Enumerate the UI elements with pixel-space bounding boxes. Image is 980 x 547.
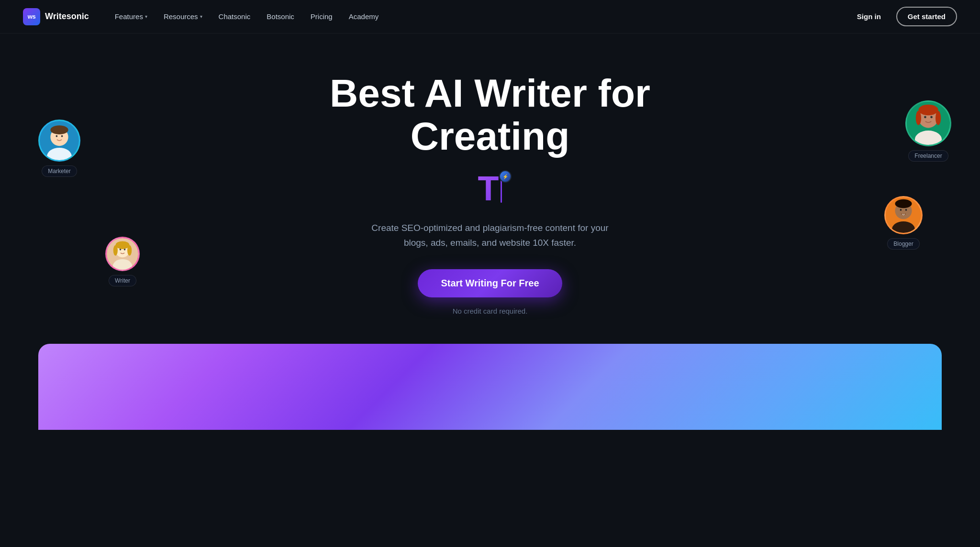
svg-point-20 bbox=[924, 116, 926, 119]
avatar-marketer: Marketer bbox=[38, 120, 80, 177]
logo-icon: ws bbox=[23, 8, 40, 25]
svg-point-4 bbox=[56, 135, 58, 137]
logo[interactable]: ws Writesonic bbox=[23, 8, 89, 25]
get-started-button[interactable]: Get started bbox=[896, 7, 957, 26]
typing-letter: T bbox=[478, 169, 499, 208]
navbar: ws Writesonic Features ▾ Resources ▾ Cha… bbox=[0, 0, 980, 33]
nav-botsonic[interactable]: Botsonic bbox=[260, 9, 301, 24]
no-credit-text: No credit card required. bbox=[453, 307, 528, 315]
svg-point-11 bbox=[127, 245, 132, 256]
nav-features[interactable]: Features ▾ bbox=[108, 9, 154, 24]
brand-name: Writesonic bbox=[45, 11, 89, 22]
avatar-writer: Writer bbox=[105, 237, 140, 286]
typing-area: T ⚡ bbox=[478, 169, 502, 208]
avatar-image-marketer bbox=[38, 120, 80, 162]
avatar-label-freelancer: Freelancer bbox=[908, 150, 948, 162]
svg-point-21 bbox=[930, 116, 933, 119]
avatar-label-blogger: Blogger bbox=[887, 238, 919, 250]
nav-right: Sign in Get started bbox=[849, 7, 957, 26]
nav-resources[interactable]: Resources ▾ bbox=[157, 9, 209, 24]
avatar-image-blogger bbox=[884, 196, 923, 234]
svg-point-25 bbox=[895, 199, 912, 208]
nav-chatsonic[interactable]: Chatsonic bbox=[212, 9, 257, 24]
chevron-down-icon: ▾ bbox=[145, 14, 147, 19]
svg-point-3 bbox=[50, 125, 68, 134]
avatar-label-marketer: Marketer bbox=[42, 165, 77, 177]
sign-in-button[interactable]: Sign in bbox=[849, 9, 889, 24]
svg-point-13 bbox=[124, 249, 126, 251]
svg-point-17 bbox=[918, 105, 938, 116]
svg-point-10 bbox=[113, 245, 118, 256]
hero-title: Best AI Writer for Creating bbox=[275, 72, 705, 158]
nav-pricing[interactable]: Pricing bbox=[304, 9, 339, 24]
nav-links: Features ▾ Resources ▾ Chatsonic Botsoni… bbox=[108, 9, 386, 24]
avatar-blogger: Blogger bbox=[884, 196, 923, 250]
svg-point-18 bbox=[916, 111, 921, 125]
nav-left: ws Writesonic Features ▾ Resources ▾ Cha… bbox=[23, 8, 385, 25]
svg-point-27 bbox=[905, 209, 907, 211]
chatsonic-badge: ⚡ bbox=[499, 170, 512, 183]
start-writing-button[interactable]: Start Writing For Free bbox=[418, 269, 562, 297]
svg-point-26 bbox=[900, 209, 902, 211]
chevron-down-icon: ▾ bbox=[200, 14, 202, 19]
avatar-freelancer: Freelancer bbox=[905, 100, 951, 162]
svg-point-19 bbox=[935, 111, 941, 125]
svg-point-12 bbox=[120, 249, 122, 251]
avatar-image-writer bbox=[105, 237, 140, 271]
hero-subtitle: Create SEO-optimized and plagiarism-free… bbox=[366, 221, 614, 250]
avatar-image-freelancer bbox=[905, 100, 951, 146]
hero-section: Marketer Writer bbox=[0, 33, 980, 344]
svg-point-5 bbox=[61, 135, 63, 137]
avatar-label-writer: Writer bbox=[109, 275, 136, 286]
nav-academy[interactable]: Academy bbox=[342, 9, 386, 24]
svg-point-9 bbox=[115, 241, 129, 250]
gradient-preview-section bbox=[38, 344, 942, 430]
